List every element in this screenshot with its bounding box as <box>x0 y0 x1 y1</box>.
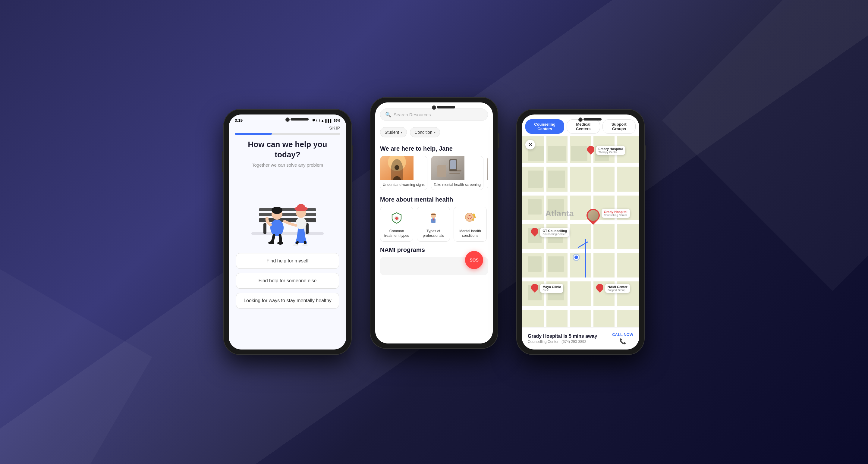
option-stay-healthy[interactable]: Looking for ways to stay mentally health… <box>236 293 339 309</box>
tab-counseling-centers[interactable]: Counseling Centers <box>525 119 564 134</box>
card-screening[interactable]: Take mental health screening <box>431 156 484 190</box>
professionals-icon <box>427 212 439 226</box>
mayo-name: Mayo Clinic <box>542 285 561 289</box>
nami-name: NAMI Center <box>608 285 627 289</box>
svg-point-35 <box>472 214 475 216</box>
speaker-2 <box>437 106 455 109</box>
map-block <box>548 171 565 188</box>
card-friend-label: How to talk to a friend? <box>487 180 488 190</box>
speaker <box>290 118 309 121</box>
card-talk-friend[interactable]: How to talk to a friend? <box>487 156 488 190</box>
grady-name: Grady Hospital <box>604 210 627 214</box>
hospital-distance: Grady Hospital is 5 mins away <box>528 334 597 339</box>
status-icons: ✱ ◯ ▲ ▌▌▌ 59% <box>312 118 340 122</box>
svg-point-10 <box>277 242 283 245</box>
card-treatment[interactable]: Common treatment types <box>380 207 413 242</box>
phones-container: 3:19 ✱ ◯ ▲ ▌▌▌ 59% SKIP <box>223 106 645 358</box>
close-button[interactable]: ✕ <box>525 140 535 150</box>
svg-point-32 <box>431 213 436 218</box>
sos-button[interactable]: SOS <box>465 251 483 269</box>
pin-nami[interactable]: NAMI Center Support Group <box>596 284 630 293</box>
card-conditions[interactable]: Mental health conditions <box>454 207 487 242</box>
hospital-sub: Counselling Center · (674) 293-3892 <box>528 340 597 344</box>
more-cards-row: Common treatment types <box>380 207 488 242</box>
conditions-icon <box>464 212 476 226</box>
svg-point-16 <box>302 244 308 246</box>
option-find-help-someone[interactable]: Find help for someone else <box>236 273 339 289</box>
skip-button[interactable]: SKIP <box>329 126 340 130</box>
map-block <box>571 146 588 161</box>
tab-medical-centers[interactable]: Medical Centers <box>567 119 600 134</box>
grady-type: Counselling Center <box>604 214 627 217</box>
svg-rect-26 <box>487 156 488 180</box>
map-block <box>548 146 566 161</box>
user-location-dot <box>574 255 579 260</box>
card-screening-label: Take mental health screening <box>431 180 483 190</box>
illustration <box>245 174 330 246</box>
welcome-title: We are here to help, Jane <box>380 145 488 152</box>
tab-support-groups[interactable]: Support Groups <box>602 119 636 134</box>
card-professionals[interactable]: Types of professionals <box>417 207 450 242</box>
pin-mayo[interactable]: Mayo Clinic Clinic <box>531 284 563 293</box>
card-photo-warning <box>380 156 413 180</box>
svg-rect-25 <box>450 160 456 169</box>
gt-name: GT Counselling <box>542 229 567 233</box>
filter-condition[interactable]: Condition ▾ <box>410 127 440 137</box>
call-now-button[interactable]: CALL NOW 📞 <box>612 332 633 345</box>
city-label: Atlanta <box>545 209 574 218</box>
screen-1: 3:19 ✱ ◯ ▲ ▌▌▌ 59% SKIP <box>229 115 346 349</box>
more-section-title: More about mental health <box>380 196 488 203</box>
option-find-help-myself[interactable]: Find help for myself <box>236 253 339 269</box>
card-photo-friend <box>487 156 488 180</box>
phone-1: 3:19 ✱ ◯ ▲ ▌▌▌ 59% SKIP <box>223 109 352 355</box>
pin-gt[interactable]: GT Counselling Counselling Center <box>531 228 569 237</box>
pin-emory[interactable]: Emory Hospital Therapy Center <box>587 146 625 155</box>
progress-bar-background <box>235 133 340 135</box>
svg-rect-31 <box>395 218 398 219</box>
chevron-down-icon-2: ▾ <box>434 131 435 134</box>
signal-icon: ▌▌▌ <box>326 119 333 122</box>
svg-point-9 <box>268 241 274 244</box>
map-block <box>548 256 564 272</box>
emory-name: Emory Hospital <box>598 147 623 151</box>
route-line-2 <box>585 239 586 278</box>
phone-2: 🔍 Search Resources Student ▾ Condition ▾ <box>370 97 498 349</box>
pin-grady[interactable]: Grady Hospital Counselling Center <box>587 209 630 222</box>
search-icon: 🔍 <box>385 112 391 118</box>
search-input-box[interactable]: 🔍 Search Resources <box>380 109 488 121</box>
svg-point-11 <box>296 217 307 229</box>
map-container[interactable]: Atlanta ✕ Emory Hospital Therapy C <box>522 136 639 327</box>
hospital-info: Grady Hospital is 5 mins away Counsellin… <box>528 334 597 344</box>
screen-1-content: How can we help you today? Together we c… <box>229 140 346 349</box>
mayo-type: Clinic <box>542 289 561 292</box>
alert-icon: ◯ <box>316 118 320 122</box>
wifi-icon: ▲ <box>321 119 324 122</box>
filter-student-label: Student <box>384 130 399 135</box>
svg-point-14 <box>297 204 305 211</box>
gt-type: Counselling Center <box>542 233 567 236</box>
svg-rect-17 <box>380 156 413 180</box>
map-block <box>528 171 543 188</box>
camera-notch-2 <box>432 105 436 110</box>
volume-button <box>222 151 223 172</box>
card-warning-signs[interactable]: Understand warning signs <box>380 156 427 190</box>
screen-3: Counseling Centers Medical Centers Suppo… <box>522 115 639 349</box>
svg-point-19 <box>395 165 399 170</box>
card-photo-screening <box>431 156 464 180</box>
filter-student[interactable]: Student ▾ <box>380 127 407 137</box>
treatment-icon <box>391 212 403 226</box>
map-block <box>528 199 542 215</box>
card-conditions-label: Mental health conditions <box>456 229 484 238</box>
camera-notch <box>285 118 290 122</box>
main-title: How can we help you today? <box>236 140 339 160</box>
svg-rect-3 <box>259 213 316 216</box>
map-background: Atlanta ✕ Emory Hospital Therapy C <box>522 136 639 327</box>
svg-rect-20 <box>431 156 464 180</box>
filter-row: Student ▾ Condition ▾ <box>375 124 493 141</box>
nami-section: NAMI programs SOS <box>380 246 488 275</box>
battery-display: 59% <box>334 119 340 122</box>
svg-point-8 <box>272 207 282 214</box>
close-icon: ✕ <box>528 142 532 148</box>
power-button-3 <box>645 145 646 160</box>
phone-icon: 📞 <box>619 338 626 345</box>
